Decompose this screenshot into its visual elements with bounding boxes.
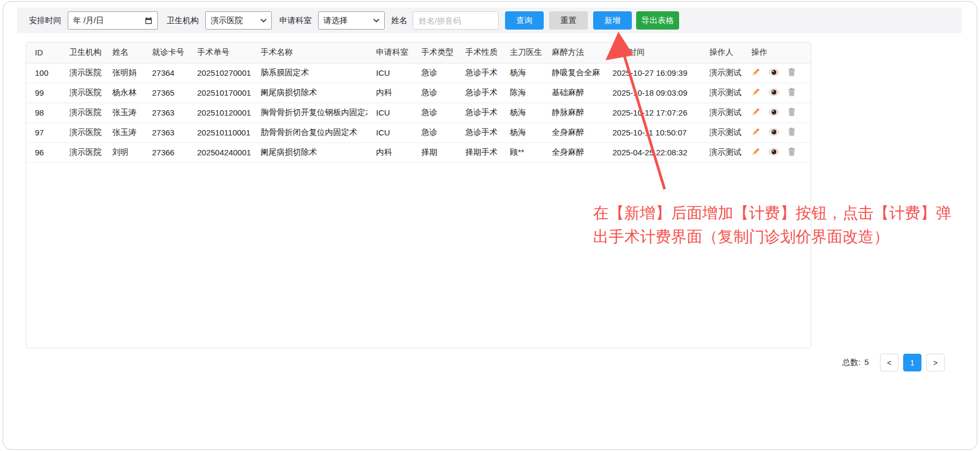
trash-icon[interactable] bbox=[788, 108, 796, 118]
next-page-button[interactable]: > bbox=[926, 354, 945, 371]
trash-icon[interactable] bbox=[788, 147, 796, 158]
cell-card-no: 27363 bbox=[143, 103, 189, 123]
cell-nature: 急诊手术 bbox=[457, 123, 501, 142]
cell-operator: 演示测试 bbox=[701, 103, 743, 123]
trash-icon[interactable] bbox=[788, 88, 796, 98]
add-button[interactable]: 新增 bbox=[593, 11, 632, 30]
eye-icon[interactable] bbox=[769, 68, 779, 77]
table-row: 97 演示医院 张玉涛 27363 202510110001 肋骨骨折闭合复位内… bbox=[26, 123, 811, 142]
cell-id: 98 bbox=[26, 103, 61, 123]
trash-icon[interactable] bbox=[788, 127, 796, 138]
cell-dept: 内科 bbox=[367, 83, 413, 103]
cell-dept: ICU bbox=[367, 103, 413, 123]
col-header-surgery-name: 手术名称 bbox=[252, 42, 367, 63]
pencil-icon[interactable] bbox=[751, 68, 760, 78]
name-search-input[interactable] bbox=[413, 11, 499, 30]
pencil-icon[interactable] bbox=[751, 88, 760, 98]
reset-button[interactable]: 重置 bbox=[549, 11, 588, 30]
cell-anesthesia: 全身麻醉 bbox=[543, 123, 604, 142]
table-row: 99 演示医院 杨永林 27365 202510170001 阑尾病损切除术 内… bbox=[26, 83, 811, 103]
cell-time: 2025-10-12 17:07:26 bbox=[604, 103, 701, 123]
row-actions bbox=[743, 63, 811, 83]
cell-surgeon: 顾** bbox=[501, 142, 543, 162]
cell-order-no: 202510110001 bbox=[189, 123, 252, 142]
org-select[interactable]: 演示医院 bbox=[205, 11, 272, 30]
row-actions bbox=[743, 123, 811, 142]
pagination: 总数: 5 < 1 > bbox=[842, 354, 945, 371]
cell-operator: 演示测试 bbox=[701, 142, 743, 162]
eye-icon[interactable] bbox=[769, 148, 779, 157]
total-count-value: 5 bbox=[864, 357, 869, 368]
dept-label: 申请科室 bbox=[279, 16, 312, 26]
cell-nature: 急诊手术 bbox=[457, 63, 501, 83]
cell-operator: 演示测试 bbox=[701, 123, 743, 142]
total-count: 总数: 5 bbox=[842, 357, 869, 368]
schedule-date-input[interactable]: 年 /月/日 bbox=[68, 11, 158, 30]
dept-select-value: 请选择 bbox=[323, 16, 348, 26]
cell-operator: 演示测试 bbox=[701, 83, 743, 103]
cell-anesthesia: 全身麻醉 bbox=[543, 142, 604, 162]
pencil-icon[interactable] bbox=[751, 108, 760, 118]
org-label: 卫生机构 bbox=[167, 16, 199, 26]
cell-org: 演示医院 bbox=[61, 63, 104, 83]
surgery-table-container: ID 卫生机构 姓名 就诊卡号 手术单号 手术名称 申请科室 手术类型 手术性质… bbox=[26, 42, 811, 348]
cell-surgery-name: 阑尾病损切除术 bbox=[252, 83, 367, 103]
col-header-actions: 操作 bbox=[743, 42, 811, 63]
cell-card-no: 27366 bbox=[143, 142, 189, 162]
trash-icon[interactable] bbox=[788, 68, 796, 78]
cell-nature: 急诊手术 bbox=[457, 83, 501, 103]
table-row: 98 演示医院 张玉涛 27363 202510120001 胸骨骨折切开复位钢… bbox=[26, 103, 811, 123]
cell-order-no: 202510270001 bbox=[189, 63, 252, 83]
cell-operator: 演示测试 bbox=[701, 63, 743, 83]
annotation-line-2: 出手术计费界面（复制门诊划价界面改造） bbox=[593, 225, 976, 248]
filter-bar: 安排时间 年 /月/日 卫生机构 演示医院 申请科室 请选择 姓名 查询 重置 … bbox=[17, 8, 962, 33]
cell-nature: 急诊手术 bbox=[457, 103, 501, 123]
table-row: 100 演示医院 张明娟 27364 202510270001 肠系膜固定术 I… bbox=[26, 63, 811, 83]
cell-order-no: 202510170001 bbox=[189, 83, 252, 103]
export-button[interactable]: 导出表格 bbox=[636, 11, 679, 30]
col-header-operator: 操作人 bbox=[701, 42, 743, 63]
eye-icon[interactable] bbox=[769, 88, 779, 97]
cell-card-no: 27364 bbox=[143, 63, 189, 83]
cell-card-no: 27363 bbox=[143, 123, 189, 142]
eye-icon[interactable] bbox=[769, 128, 779, 137]
cell-dept: 内科 bbox=[367, 142, 413, 162]
prev-page-button[interactable]: < bbox=[880, 354, 898, 371]
col-header-card-no: 就诊卡号 bbox=[143, 42, 189, 63]
cell-anesthesia: 静吸复合全麻 bbox=[543, 63, 604, 83]
chevron-down-icon bbox=[373, 19, 379, 23]
col-header-id: ID bbox=[26, 42, 61, 63]
cell-nature: 择期手术 bbox=[457, 142, 501, 162]
cell-surgeon: 杨海 bbox=[501, 123, 543, 142]
pencil-icon[interactable] bbox=[751, 147, 760, 158]
cell-surgeon: 杨海 bbox=[501, 63, 543, 83]
current-page-button[interactable]: 1 bbox=[903, 354, 921, 371]
total-count-label: 总数: bbox=[842, 357, 860, 368]
dept-select[interactable]: 请选择 bbox=[318, 11, 385, 30]
row-actions bbox=[743, 83, 811, 103]
cell-anesthesia: 静脉麻醉 bbox=[543, 103, 604, 123]
col-header-type: 手术类型 bbox=[413, 42, 457, 63]
col-header-surgeon: 主刀医生 bbox=[501, 42, 543, 63]
cell-surgery-name: 肠系膜固定术 bbox=[252, 63, 367, 83]
cell-time: 2025-10-11 10:50:07 bbox=[604, 123, 701, 142]
cell-surgeon: 陈海 bbox=[501, 83, 543, 103]
cell-time: 2025-04-25 22:08:32 bbox=[604, 142, 701, 162]
cell-name: 杨永林 bbox=[104, 83, 143, 103]
row-actions bbox=[743, 142, 811, 162]
pencil-icon[interactable] bbox=[751, 127, 760, 138]
eye-icon[interactable] bbox=[769, 108, 779, 117]
query-button[interactable]: 查询 bbox=[505, 11, 544, 30]
calendar-icon bbox=[145, 17, 153, 25]
cell-org: 演示医院 bbox=[61, 103, 104, 123]
cell-type: 急诊 bbox=[413, 123, 457, 142]
cell-name: 张玉涛 bbox=[104, 103, 143, 123]
row-actions bbox=[743, 103, 811, 123]
cell-id: 97 bbox=[26, 123, 61, 142]
col-header-org: 卫生机构 bbox=[61, 42, 104, 63]
schedule-time-label: 安排时间 bbox=[29, 16, 61, 26]
date-placeholder: 年 /月/日 bbox=[73, 16, 104, 26]
cell-name: 张玉涛 bbox=[104, 123, 143, 142]
cell-org: 演示医院 bbox=[61, 123, 104, 142]
col-header-time: 安排时间 bbox=[604, 42, 701, 63]
